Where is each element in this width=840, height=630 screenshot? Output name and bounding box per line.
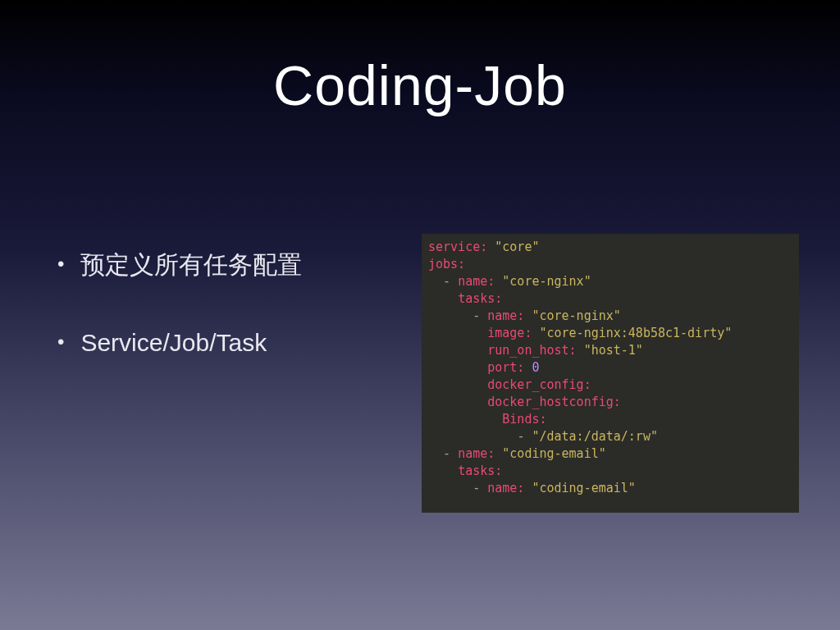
code-line: - name: "coding-email" — [428, 480, 792, 497]
bullet-dot-icon: • — [57, 249, 64, 280]
bullet-dot-icon: • — [57, 326, 64, 358]
bullet-list: • 预定义所有任务配置 • Service/Job/Task — [41, 216, 394, 404]
code-line: Binds: — [428, 411, 792, 428]
code-line: - "/data:/data/:rw" — [428, 428, 792, 445]
code-line: service: "core" — [428, 239, 792, 256]
code-line: run_on_host: "host-1" — [428, 342, 792, 359]
code-line: tasks: — [428, 463, 792, 480]
code-line: docker_config: — [428, 377, 792, 394]
code-line: - name: "core-nginx" — [428, 308, 792, 325]
code-line: port: 0 — [428, 359, 792, 377]
bullet-item: • Service/Job/Task — [41, 326, 394, 359]
code-line: - name: "coding-email" — [428, 445, 792, 463]
yaml-code-snippet: service: "core"jobs: - name: "core-nginx… — [422, 234, 799, 513]
code-line: docker_hostconfig: — [428, 394, 792, 411]
slide-title: Coding-Job — [0, 0, 840, 117]
bullet-text: Service/Job/Task — [80, 326, 267, 359]
code-line: - name: "core-nginx" — [428, 273, 792, 290]
code-line: jobs: — [428, 256, 792, 273]
bullet-item: • 预定义所有任务配置 — [41, 249, 394, 281]
code-line: image: "core-nginx:48b58c1-dirty" — [428, 325, 792, 342]
code-line: tasks: — [428, 290, 792, 308]
bullet-text: 预定义所有任务配置 — [80, 249, 302, 281]
